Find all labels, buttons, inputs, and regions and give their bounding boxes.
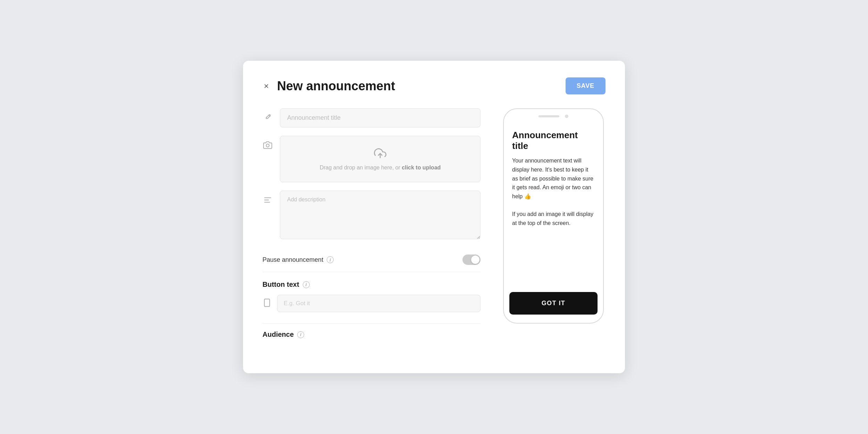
preview-section: Announcement title Your announcement tex… (501, 108, 606, 339)
pause-toggle[interactable] (462, 254, 481, 265)
modal-title: New announcement (277, 79, 395, 93)
preview-body-text: Your announcement text will display here… (512, 156, 595, 288)
audience-info-icon[interactable]: i (297, 331, 304, 338)
phone-speaker (539, 115, 559, 117)
phone-top-bar (504, 109, 603, 122)
preview-title: Announcement title (512, 130, 595, 151)
new-announcement-modal: × New announcement SAVE (243, 61, 625, 373)
camera-icon (262, 141, 273, 152)
pause-toggle-row: Pause announcement i (262, 248, 481, 272)
pencil-icon (262, 113, 273, 124)
image-field-row: Drag and drop an image here, or click to… (262, 136, 481, 182)
audience-section-title: Audience i (262, 331, 481, 339)
close-button[interactable]: × (262, 81, 270, 92)
image-upload-area[interactable]: Drag and drop an image here, or click to… (280, 136, 481, 182)
save-button[interactable]: SAVE (566, 77, 606, 94)
button-text-section-title: Button text i (262, 281, 481, 289)
align-left-icon (262, 195, 273, 207)
modal-body: Drag and drop an image here, or click to… (262, 108, 606, 339)
modal-header-left: × New announcement (262, 79, 395, 93)
description-field-row (262, 191, 481, 239)
description-textarea[interactable] (280, 191, 481, 239)
modal-header: × New announcement SAVE (262, 77, 606, 94)
button-text-info-icon[interactable]: i (303, 281, 310, 288)
pause-info-icon[interactable]: i (327, 256, 334, 263)
button-text-row (262, 295, 481, 312)
divider (262, 323, 481, 324)
phone-icon (262, 298, 272, 309)
title-field-row (262, 108, 481, 127)
upload-icon (374, 147, 386, 161)
got-it-button[interactable]: GOT IT (509, 292, 598, 315)
svg-point-0 (266, 144, 269, 147)
pause-label: Pause announcement i (262, 256, 334, 264)
phone-camera (565, 115, 568, 118)
phone-mockup: Announcement title Your announcement tex… (503, 108, 604, 324)
form-section: Drag and drop an image here, or click to… (262, 108, 481, 339)
phone-content: Announcement title Your announcement tex… (504, 122, 603, 292)
svg-rect-5 (264, 299, 269, 307)
upload-text: Drag and drop an image here, or click to… (320, 165, 441, 171)
announcement-title-input[interactable] (280, 108, 481, 127)
button-text-input[interactable] (277, 295, 481, 312)
